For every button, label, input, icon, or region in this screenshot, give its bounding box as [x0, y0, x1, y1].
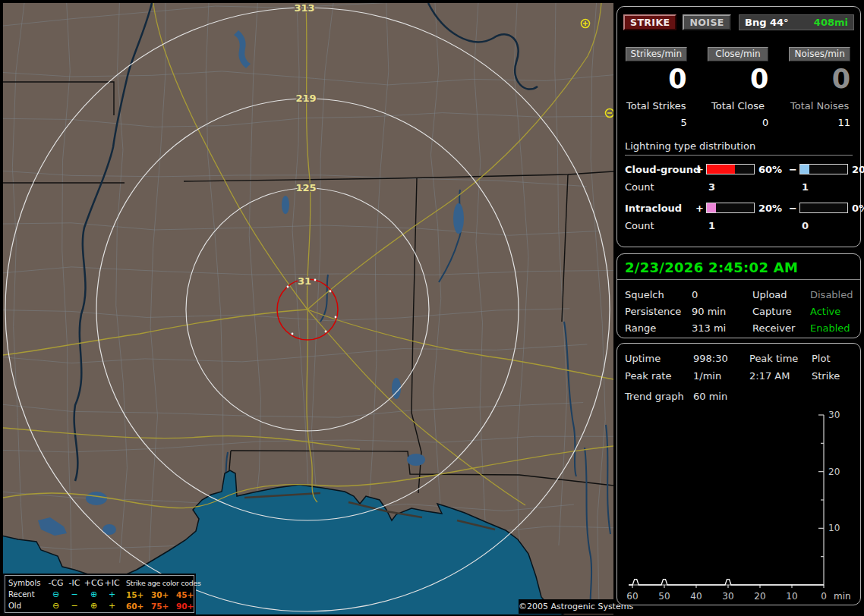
trend-graph: 3020106050403020100min — [622, 410, 857, 602]
strikes-column: Strikes/min 0 Total Strikes 5 — [626, 47, 687, 128]
ic-plus-count: 1 — [706, 220, 755, 231]
cg-minus-count: 1 — [799, 181, 848, 193]
old-ncg-icon: ⊖ — [46, 602, 65, 610]
map-legend: Symbols -CG -IC +CG +IC Strike age color… — [5, 575, 194, 613]
age-75: 75+ — [151, 602, 176, 611]
svg-text:50: 50 — [658, 591, 670, 602]
legend-col-pic: +IC — [104, 579, 120, 587]
old-pic-icon: + — [104, 602, 120, 610]
recent-pcg-icon: ⊕ — [84, 590, 104, 599]
receiver-value: Enabled — [810, 322, 853, 334]
cg-minus-pct: 20% — [848, 164, 864, 175]
ring-label-219: 219 — [295, 93, 316, 104]
trend-header: Trend graph 60 min — [617, 382, 860, 402]
plot-mode-value: Strike — [812, 370, 853, 382]
trend-window-value: 60 min — [693, 391, 853, 402]
svg-text:30: 30 — [828, 410, 840, 420]
ic-minus-pct: 0% — [848, 203, 864, 214]
strike-counters-panel: STRIKE NOISE Bng 44° 408mi Strikes/min 0… — [616, 6, 861, 247]
legend-symbols-header: Symbols — [8, 579, 46, 587]
strikes-per-min-chip[interactable]: Strikes/min — [626, 47, 687, 61]
age-60: 60+ — [126, 602, 151, 611]
recent-pic-icon: + — [104, 590, 120, 599]
total-close-value: 0 — [708, 117, 769, 128]
lightning-map[interactable]: 313 219 125 31 Symbols -CG -IC +CG +IC — [3, 3, 613, 614]
trend-graph-label: Trend graph — [625, 391, 693, 402]
plot-label: Plot — [812, 353, 853, 364]
range-value: 313 mi — [692, 322, 752, 334]
old-nic-icon: − — [65, 602, 84, 610]
strikes-per-min-value: 0 — [626, 65, 687, 93]
svg-text:10: 10 — [828, 523, 840, 533]
receiver-label: Receiver — [752, 322, 810, 334]
close-column: Close/min 0 Total Close 0 — [708, 47, 769, 128]
squelch-value: 0 — [692, 289, 752, 300]
intracloud-count-row: Count 1 0 — [625, 220, 853, 231]
ring-label-125: 125 — [295, 182, 316, 193]
age-90: 90+ — [176, 602, 201, 611]
cloud-ground-row: Cloud-ground + 60% − 20% — [625, 164, 853, 175]
uptime-value: 998:30 — [693, 353, 749, 364]
count-label: Count — [625, 181, 695, 193]
total-noises-value: 11 — [789, 117, 850, 128]
plus-sign: + — [695, 164, 706, 175]
ic-minus-bar — [799, 203, 848, 213]
svg-text:20: 20 — [754, 591, 765, 602]
nexstorm-window: 313 219 125 31 Symbols -CG -IC +CG +IC — [0, 0, 864, 616]
legend-old-label: Old — [8, 602, 46, 610]
capture-value: Active — [810, 306, 853, 317]
status-panel: 2/23/2026 2:45:02 AM Squelch 0 Upload Di… — [616, 253, 861, 338]
copyright-text: ©2005 Astrogenic Systems — [519, 599, 615, 614]
legend-col-pcg: +CG — [84, 579, 104, 587]
lightning-distribution: Lightning type distribution Cloud-ground… — [617, 128, 860, 231]
bearing-display: Bng 44° 408mi — [739, 14, 854, 30]
cloud-ground-label: Cloud-ground — [625, 164, 695, 175]
legend-age-header: Strike age color codes — [126, 579, 201, 587]
persistence-label: Persistence — [625, 306, 692, 317]
uptime-label: Uptime — [625, 353, 693, 364]
legend-col-ncg: -CG — [46, 579, 65, 587]
peak-rate-label: Peak rate — [625, 370, 693, 382]
cloud-ground-count-row: Count 3 1 — [625, 181, 853, 193]
squelch-label: Squelch — [625, 289, 692, 300]
intracloud-row: Intracloud + 20% − 0% — [625, 203, 853, 214]
peak-time-value: 2:17 AM — [749, 370, 812, 382]
cg-plus-pct: 60% — [755, 164, 789, 175]
count-label: Count — [625, 220, 695, 231]
total-close-label: Total Close — [708, 100, 769, 112]
cg-minus-bar — [799, 164, 848, 174]
svg-text:0: 0 — [821, 591, 827, 602]
svg-text:20: 20 — [828, 467, 840, 477]
noises-per-min-chip[interactable]: Noises/min — [789, 47, 850, 61]
minus-sign: − — [789, 203, 799, 214]
svg-text:min: min — [834, 591, 851, 602]
distribution-title: Lightning type distribution — [625, 140, 853, 156]
recent-ncg-icon: ⊖ — [46, 590, 65, 599]
intracloud-label: Intracloud — [625, 203, 695, 214]
peak-time-label: Peak time — [749, 353, 812, 364]
persistence-value: 90 min — [692, 306, 752, 317]
rate-counters: Strikes/min 0 Total Strikes 5 Close/min … — [617, 30, 860, 128]
trend-panel: Uptime 998:30 Peak time Plot Peak rate 1… — [616, 343, 861, 605]
cg-plus-bar — [706, 164, 755, 174]
svg-text:10: 10 — [786, 591, 797, 602]
noise-button[interactable]: NOISE — [683, 14, 730, 30]
datetime-display: 2/23/2026 2:45:02 AM — [617, 254, 860, 280]
capture-label: Capture — [752, 306, 810, 317]
age-15: 15+ — [126, 590, 151, 599]
strike-button[interactable]: STRIKE — [623, 14, 676, 30]
map-canvas[interactable]: 313 219 125 31 — [3, 3, 613, 614]
peak-rate-value: 1/min — [693, 370, 749, 382]
age-30: 30+ — [151, 590, 176, 599]
noises-column: Noises/min 0 Total Noises 11 — [789, 47, 850, 128]
upload-value: Disabled — [810, 289, 853, 300]
total-noises-label: Total Noises — [789, 100, 850, 112]
range-label: Range — [625, 322, 692, 334]
ic-plus-pct: 20% — [755, 203, 789, 214]
close-per-min-chip[interactable]: Close/min — [708, 47, 769, 61]
svg-text:40: 40 — [690, 591, 702, 602]
old-pcg-icon: ⊕ — [84, 602, 104, 610]
bearing-label: Bng 44° — [745, 17, 789, 28]
legend-col-nic: -IC — [65, 579, 84, 587]
noises-per-min-value: 0 — [789, 65, 850, 93]
